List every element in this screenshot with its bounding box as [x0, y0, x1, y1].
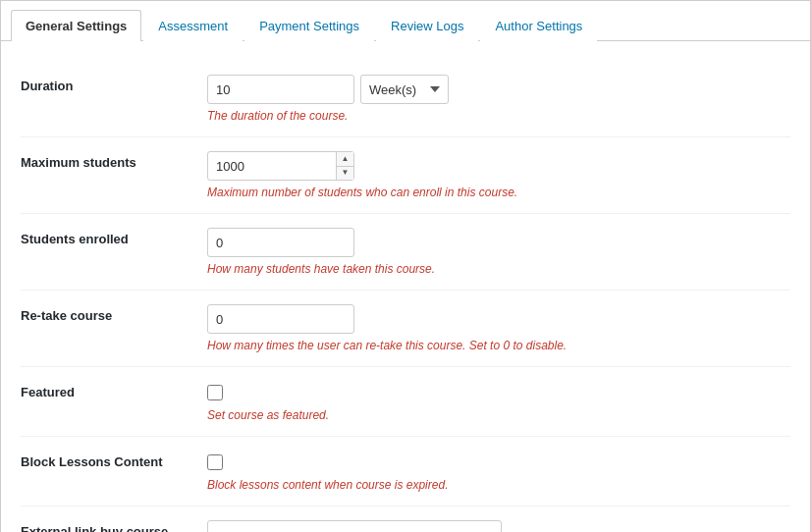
max-students-decrement[interactable]: ▼: [337, 167, 353, 181]
students-enrolled-field: How many students have taken this course…: [207, 228, 790, 276]
tabs-bar: General Settings Assessment Payment Sett…: [1, 1, 810, 41]
block-lessons-checkbox[interactable]: [207, 454, 223, 470]
max-students-field: ▲ ▼ Maximum number of students who can e…: [207, 151, 790, 199]
block-lessons-row: Block Lessons Content Block lessons cont…: [21, 437, 790, 506]
retake-help: How many times the user can re-take this…: [207, 339, 790, 352]
tab-general[interactable]: General Settings: [11, 10, 141, 41]
duration-input[interactable]: [207, 75, 354, 104]
students-enrolled-row: Students enrolled How many students have…: [21, 214, 790, 291]
max-students-label: Maximum students: [21, 151, 207, 170]
tab-assessment[interactable]: Assessment: [143, 10, 243, 41]
featured-help: Set course as featured.: [207, 408, 790, 422]
featured-field: Set course as featured.: [207, 381, 790, 422]
retake-row: Re-take course How many times the user c…: [21, 291, 790, 367]
block-lessons-label: Block Lessons Content: [21, 451, 207, 469]
duration-unit-select[interactable]: Day(s) Week(s) Month(s): [360, 75, 449, 104]
retake-field: How many times the user can re-take this…: [207, 304, 790, 352]
students-enrolled-label: Students enrolled: [21, 228, 207, 246]
max-students-increment[interactable]: ▲: [337, 152, 353, 167]
duration-help: The duration of the course.: [207, 109, 790, 123]
max-students-spinners: ▲ ▼: [336, 152, 353, 180]
max-students-input[interactable]: [207, 151, 354, 181]
tab-payment[interactable]: Payment Settings: [244, 10, 374, 41]
external-link-input[interactable]: [207, 520, 502, 532]
duration-row: Duration Day(s) Week(s) Month(s) The dur…: [21, 61, 790, 137]
block-lessons-help: Block lessons content when course is exp…: [207, 478, 790, 492]
featured-checkbox[interactable]: [207, 385, 223, 400]
retake-label: Re-take course: [21, 304, 207, 323]
students-enrolled-input[interactable]: [207, 228, 354, 257]
max-students-row: Maximum students ▲ ▼ Maximum number of s…: [21, 137, 790, 214]
duration-label: Duration: [21, 75, 207, 93]
max-students-spinner-wrapper: ▲ ▼: [207, 151, 354, 181]
featured-row: Featured Set course as featured.: [21, 367, 790, 437]
content-area: Duration Day(s) Week(s) Month(s) The dur…: [1, 41, 810, 532]
external-link-label: External link buy course: [21, 520, 207, 532]
duration-field: Day(s) Week(s) Month(s) The duration of …: [207, 75, 790, 123]
max-students-help: Maximum number of students who can enrol…: [207, 186, 790, 199]
students-enrolled-help: How many students have taken this course…: [207, 262, 790, 276]
block-lessons-field: Block lessons content when course is exp…: [207, 451, 790, 492]
retake-input[interactable]: [207, 304, 354, 334]
tab-review[interactable]: Review Logs: [376, 10, 478, 41]
featured-label: Featured: [21, 381, 207, 399]
external-link-row: External link buy course Redirect to thi…: [21, 506, 790, 532]
external-link-field: Redirect to this url when you press butt…: [207, 520, 790, 532]
tab-author[interactable]: Author Settings: [480, 10, 597, 41]
